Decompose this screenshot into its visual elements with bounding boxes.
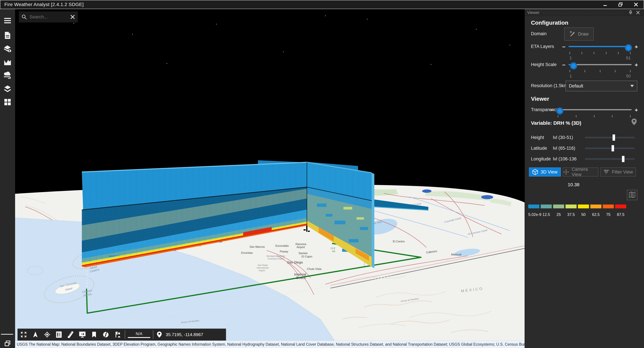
map-label: Ramona xyxy=(296,243,306,246)
location-pin-icon xyxy=(155,332,164,338)
window-restore-icon[interactable] xyxy=(0,337,15,348)
slider-increase-icon[interactable]: + xyxy=(634,43,638,50)
map-label: Beach xyxy=(296,276,306,280)
map-label: El Centro xyxy=(393,240,405,243)
status-bar: USGS The National Map: National Boundari… xyxy=(15,341,524,348)
map-label: Airport xyxy=(296,246,305,249)
scale-label: N/A xyxy=(136,332,142,336)
viewer-panel-header[interactable]: Viewer xyxy=(525,9,644,16)
close-button[interactable] xyxy=(628,0,644,9)
map-toolbar: N/A 35.7195, -114.8967 xyxy=(18,329,226,341)
3d-view-button[interactable]: 3D View xyxy=(529,167,561,177)
street-view-icon[interactable] xyxy=(112,332,124,338)
viewer-heading: Viewer xyxy=(531,95,549,102)
legend-swatch xyxy=(615,205,626,208)
height-range: lvl (30-51) xyxy=(553,135,573,140)
menu-icon[interactable] xyxy=(0,14,15,27)
map-label: Executive Airport xyxy=(268,258,284,260)
document-icon[interactable] xyxy=(0,29,15,42)
map-label: Santee xyxy=(298,252,308,255)
resolution-dropdown[interactable]: Default xyxy=(566,81,637,91)
folded-map-icon xyxy=(629,192,636,198)
close-panel-icon[interactable] xyxy=(634,11,642,14)
longitude-range: lvl (106-136 xyxy=(553,156,576,162)
basemap-button[interactable] xyxy=(627,190,637,200)
legend-swatch xyxy=(528,205,539,208)
transparency-slider[interactable]: − + xyxy=(550,106,638,120)
map-viewport[interactable]: SantaCatalinaSan ClementeIslandChannelIs… xyxy=(15,9,524,341)
compass-icon[interactable] xyxy=(100,332,112,338)
height-level-slider[interactable] xyxy=(585,137,634,138)
legend-value: 25 xyxy=(553,212,564,217)
attribution-text: USGS The National Map: National Boundari… xyxy=(17,342,524,347)
variable-heading: Variable: DRH % (3D) xyxy=(531,120,581,126)
height-label: Height xyxy=(531,135,544,140)
legend-swatch xyxy=(553,205,564,208)
restore-button[interactable] xyxy=(613,0,628,9)
window-title: Fire Weather Analyst [2.4.1.2 SDGE] xyxy=(0,2,84,7)
legend-stop: 25 xyxy=(553,205,564,217)
eta-layers-label: ETA Layers xyxy=(531,44,554,49)
variable-location-icon[interactable] xyxy=(631,118,637,125)
longitude-level-slider[interactable] xyxy=(585,158,634,160)
slider-increase-icon[interactable]: + xyxy=(634,62,638,68)
slider-increase-icon[interactable]: + xyxy=(634,107,638,113)
locate-icon[interactable] xyxy=(41,332,53,338)
apps-grid-icon[interactable] xyxy=(0,95,15,109)
slider-decrease-icon[interactable]: − xyxy=(550,107,554,113)
map-label: San Marcos xyxy=(250,245,265,248)
legend-stop: 87.5 xyxy=(615,205,626,217)
chevron-down-icon xyxy=(630,85,634,87)
fullscreen-icon[interactable] xyxy=(18,332,30,338)
color-legend: 5.02e-912.52537.55062.57587.5 xyxy=(528,205,626,217)
latitude-range: lvl (65-116) xyxy=(553,146,575,151)
legend-value: 87.5 xyxy=(615,212,626,217)
latitude-level-slider[interactable] xyxy=(585,147,634,149)
window-controls xyxy=(598,0,644,9)
bookmark-icon[interactable] xyxy=(88,332,100,338)
map-label: Airport xyxy=(258,269,265,272)
area-chart-icon[interactable] xyxy=(0,56,15,69)
legend-value: 12.5 xyxy=(541,212,552,217)
search-icon xyxy=(22,14,27,20)
map-label: NA xyxy=(332,250,336,253)
map-label: Escondido xyxy=(276,244,289,247)
cursor-coordinates: 35.7195, -114.8967 xyxy=(166,332,203,337)
ruler-icon[interactable] xyxy=(65,331,76,338)
map-label: International xyxy=(256,267,269,269)
panel-drag-texture xyxy=(542,11,624,14)
minimize-button[interactable] xyxy=(598,0,613,9)
slider-decrease-icon[interactable]: − xyxy=(562,62,566,68)
legend-list-icon[interactable] xyxy=(53,332,65,338)
legend-swatch xyxy=(566,205,576,208)
sidebar-divider xyxy=(1,334,13,335)
legend-swatch xyxy=(603,205,614,208)
layers-visibility-icon[interactable] xyxy=(0,42,15,55)
legend-value: 5.02e-9 xyxy=(528,212,539,217)
slider-decrease-icon[interactable]: − xyxy=(562,43,566,50)
legend-stop: 5.02e-9 xyxy=(528,205,539,217)
filter-view-button[interactable]: Filter View xyxy=(600,167,636,177)
scale-bar xyxy=(128,337,150,338)
search-box xyxy=(19,11,78,22)
longitude-label: Longitude xyxy=(531,156,551,162)
draw-button[interactable]: Draw xyxy=(564,27,594,40)
clear-search-icon[interactable] xyxy=(70,14,75,19)
layers-icon[interactable] xyxy=(0,82,15,95)
camera-view-button[interactable]: Camera View xyxy=(563,167,598,177)
legend-swatch xyxy=(578,205,589,208)
eta-layers-slider[interactable]: − + 1 51 xyxy=(562,43,638,57)
legend-stop: 50 xyxy=(578,205,589,217)
domain-label: Domain xyxy=(531,31,546,36)
cube-icon xyxy=(532,169,538,175)
legend-swatch xyxy=(590,205,602,208)
pin-panel-icon[interactable] xyxy=(627,10,634,15)
legend-stop: 62.5 xyxy=(590,205,602,217)
screen-capture-icon[interactable] xyxy=(76,332,88,338)
height-scale-slider[interactable]: − + 1 50 xyxy=(562,61,638,75)
search-input[interactable] xyxy=(29,14,68,20)
map-label: San Diego xyxy=(258,264,268,266)
scale-widget: N/A xyxy=(126,332,152,338)
wind-weather-icon[interactable] xyxy=(0,69,15,82)
navigation-arrow-icon[interactable] xyxy=(30,332,41,338)
